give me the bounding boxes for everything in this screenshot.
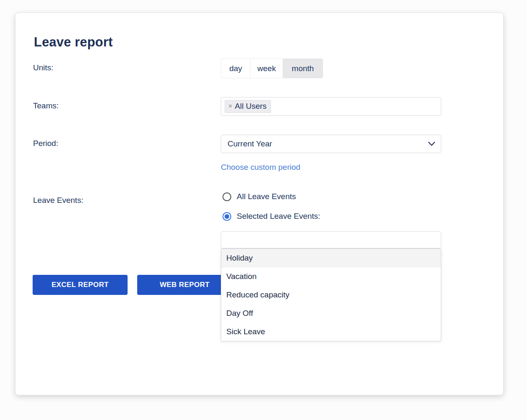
dropdown-item-holiday[interactable]: Holiday	[221, 249, 441, 267]
teams-tag-label: All Users	[235, 102, 266, 111]
radio-selected-leave-events[interactable]: Selected Leave Events:	[223, 212, 320, 221]
teams-multiselect-input[interactable]: × All Users	[221, 97, 441, 116]
units-option-week[interactable]: week	[250, 59, 283, 78]
dropdown-item-vacation[interactable]: Vacation	[221, 267, 441, 286]
leave-events-label: Leave Events:	[33, 196, 83, 205]
remove-tag-icon[interactable]: ×	[228, 103, 232, 110]
units-label: Units:	[33, 63, 54, 72]
dropdown-item-day-off[interactable]: Day Off	[221, 304, 441, 323]
choose-custom-period-link[interactable]: Choose custom period	[221, 163, 300, 172]
page-title: Leave report	[34, 35, 113, 50]
dropdown-item-reduced-capacity[interactable]: Reduced capacity	[221, 286, 441, 304]
units-option-month[interactable]: month	[283, 59, 323, 78]
teams-tag: × All Users	[225, 100, 271, 113]
radio-selected-leave-events-label: Selected Leave Events:	[237, 212, 320, 221]
radio-unselected-icon	[223, 192, 231, 201]
leave-events-dropdown: Holiday Vacation Reduced capacity Day Of…	[221, 248, 441, 341]
period-select[interactable]: Current Year	[221, 135, 441, 153]
radio-all-leave-events-label: All Leave Events	[237, 192, 296, 201]
units-segmented-control: day week month	[221, 59, 323, 78]
dropdown-item-sick-leave[interactable]: Sick Leave	[221, 323, 441, 341]
chevron-down-icon	[428, 142, 435, 146]
excel-report-button[interactable]: EXCEL REPORT	[33, 275, 128, 295]
leave-events-filter-input[interactable]	[221, 231, 441, 248]
period-selected-value: Current Year	[228, 139, 272, 149]
radio-selected-icon	[223, 212, 231, 221]
leave-report-card: Leave report Units: day week month Teams…	[15, 13, 504, 395]
period-label: Period:	[33, 139, 58, 148]
web-report-button[interactable]: WEB REPORT	[137, 275, 232, 295]
units-option-day[interactable]: day	[221, 59, 250, 78]
teams-label: Teams:	[33, 101, 59, 110]
radio-all-leave-events[interactable]: All Leave Events	[223, 192, 296, 201]
